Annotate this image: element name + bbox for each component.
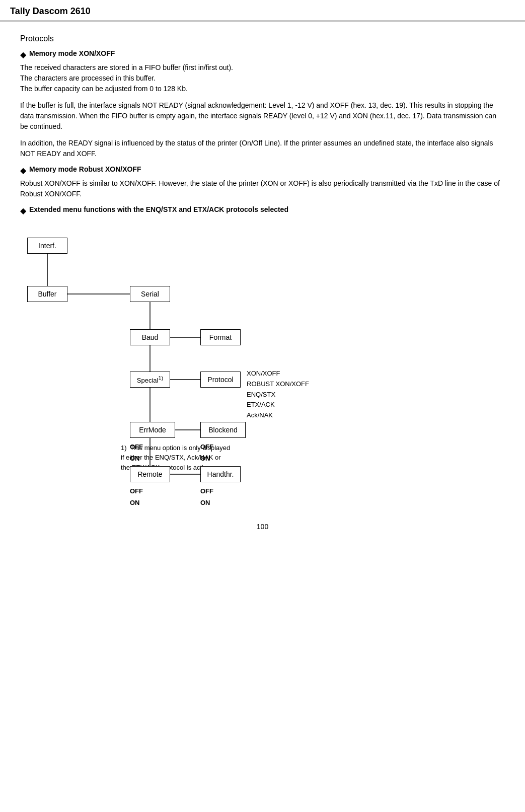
bullet-robust-xon: ◆ Memory mode Robust XON/XOFF	[20, 165, 505, 175]
blockend-box: Blockend	[200, 422, 246, 438]
protocol-label: Protocol	[207, 376, 233, 384]
para-1-line3: The buffer capacity can be adjusted from…	[20, 85, 188, 93]
para-4: Robust XON/XOFF is similar to XON/XOFF. …	[20, 178, 505, 199]
diamond-icon-3: ◆	[20, 206, 26, 215]
diagram-container: Interf. Buffer Serial Baud Format Specia…	[20, 231, 362, 492]
protocol-option-1: XON/XOFF	[247, 368, 309, 379]
errmode-on: ON	[130, 453, 143, 464]
baud-label: Baud	[142, 333, 159, 341]
bullet-memory-xon: ◆ Memory mode XON/XOFF	[20, 49, 505, 59]
remote-box: Remote	[130, 466, 170, 482]
special-box: Special1)	[130, 372, 170, 388]
protocol-option-4: ETX/ACK	[247, 400, 309, 410]
bullet-label-3: Extended menu functions with the ENQ/STX…	[29, 205, 288, 213]
para-1-line2: The characters are processed in this buf…	[20, 74, 156, 82]
errmode-box: ErrMode	[130, 422, 175, 438]
page-header: Tally Dascom 2610	[0, 0, 525, 22]
para-3: In addition, the READY signal is influen…	[20, 138, 505, 159]
protocols-title: Protocols	[20, 34, 505, 43]
protocol-option-5: Ack/NAK	[247, 410, 309, 421]
diamond-icon-1: ◆	[20, 50, 26, 59]
buffer-label: Buffer	[38, 290, 56, 298]
diagram-lines	[20, 231, 362, 492]
handthr-on: ON	[200, 497, 213, 508]
protocol-options-list: XON/XOFF ROBUST XON/XOFF ENQ/STX ETX/ACK…	[247, 368, 309, 421]
protocol-box: Protocol	[200, 372, 241, 388]
bullet-extended-menu: ◆ Extended menu functions with the ENQ/S…	[20, 205, 505, 215]
errmode-off: OFF	[130, 441, 143, 453]
protocol-option-2: ROBUST XON/XOFF	[247, 379, 309, 390]
format-box: Format	[200, 329, 241, 345]
diagram-area: Interf. Buffer Serial Baud Format Specia…	[20, 220, 505, 502]
blockend-values: OFF ON	[200, 441, 213, 465]
remote-label: Remote	[137, 470, 162, 478]
bullet-label-1: Memory mode XON/XOFF	[29, 49, 115, 57]
handthr-off: OFF	[200, 485, 213, 497]
remote-values: OFF ON	[130, 485, 143, 509]
interf-label: Interf.	[38, 242, 56, 250]
remote-off: OFF	[130, 485, 143, 497]
handthr-values: OFF ON	[200, 485, 213, 509]
special-superscript: 1)	[158, 375, 163, 381]
para-2: If the buffer is full, the interface sig…	[20, 100, 505, 132]
bullet-label-2: Memory mode Robust XON/XOFF	[29, 165, 141, 173]
protocol-option-3: ENQ/STX	[247, 390, 309, 400]
interf-box: Interf.	[27, 238, 67, 254]
diamond-icon-2: ◆	[20, 166, 26, 175]
format-label: Format	[209, 333, 232, 341]
handthr-box: Handthr.	[200, 466, 241, 482]
blockend-on: ON	[200, 453, 213, 464]
buffer-box: Buffer	[27, 286, 67, 302]
page-number: 100	[20, 523, 505, 541]
serial-box: Serial	[130, 286, 170, 302]
errmode-values: OFF ON	[130, 441, 143, 465]
para-1: The received characters are stored in a …	[20, 62, 505, 94]
errmode-label: ErrMode	[139, 426, 166, 434]
baud-box: Baud	[130, 329, 170, 345]
page-title: Tally Dascom 2610	[10, 6, 515, 17]
special-label: Special1)	[137, 375, 163, 384]
remote-on: ON	[130, 497, 143, 508]
main-content: Protocols ◆ Memory mode XON/XOFF The rec…	[0, 34, 525, 541]
handthr-label: Handthr.	[207, 470, 234, 478]
blockend-off: OFF	[200, 441, 213, 453]
para-1-line1: The received characters are stored in a …	[20, 63, 233, 71]
blockend-label: Blockend	[208, 426, 238, 434]
serial-label: Serial	[141, 290, 159, 298]
